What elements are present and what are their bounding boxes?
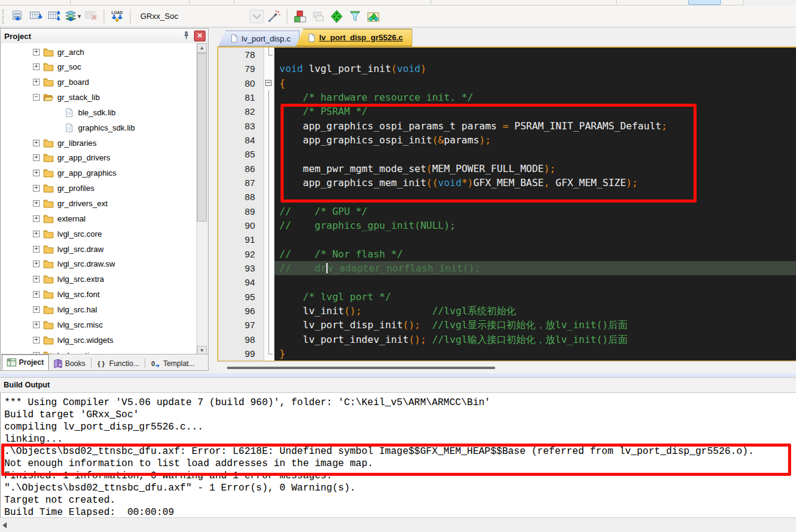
panel-tab-project[interactable]: Project	[2, 354, 49, 370]
build-button[interactable]	[27, 9, 45, 24]
folder-icon	[43, 199, 54, 208]
tree-item-label: gr_app_graphics	[57, 168, 117, 178]
rte-icon	[366, 9, 381, 24]
fold-guide	[264, 104, 274, 118]
tree-item-gr-app-graphics[interactable]: +gr_app_graphics	[1, 166, 117, 181]
folder-icon	[43, 214, 54, 223]
expand-box-icon[interactable]: +	[33, 291, 40, 298]
hscrollbar-thumb[interactable]	[227, 367, 495, 369]
tree-item-lvlg-src-extra[interactable]: +lvlg_src.extra	[1, 272, 104, 287]
software-packs-button[interactable]	[328, 9, 345, 24]
code-line: app_graphics_ospi_init(&params);	[274, 133, 796, 147]
manage-rte-button[interactable]	[365, 9, 382, 24]
tree-item-lvlg-src-font[interactable]: +lvlg_src.font	[1, 287, 99, 302]
tree-item-lvgl-src-draw-sw[interactable]: +lvgl_src.draw.sw	[1, 257, 115, 271]
tree-item-lvgl-src-draw[interactable]: +lvgl_src.draw	[1, 242, 104, 256]
editor-tab-lv-port-disp-c[interactable]: lv_port_disp.c	[218, 31, 299, 46]
expand-box-icon[interactable]: +	[33, 79, 40, 85]
tree-item-gr-stack-lib[interactable]: −gr_stack_lib	[1, 90, 99, 105]
scroll-left-arrow[interactable]	[2, 522, 7, 528]
rebuild-button[interactable]	[46, 9, 63, 24]
panel-tab-functio-[interactable]: { }Functio...	[93, 357, 143, 370]
code-line: lv_port_disp_init(); //lvgl显示接口初始化，放lv_i…	[274, 318, 796, 332]
collapse-box-icon[interactable]: −	[33, 94, 40, 101]
dropdown-caret-icon[interactable]: ▼	[77, 13, 82, 20]
scrollbar-thumb[interactable]	[197, 53, 207, 221]
line-number: 83	[218, 119, 264, 133]
target-dropdown-button[interactable]	[249, 10, 264, 23]
fold-guide	[264, 133, 274, 147]
tree-item-lvlg-src-hal[interactable]: +lvlg_src.hal	[1, 302, 97, 317]
build-output-line: compiling lv_port_disp_gr5526.c...	[1, 421, 796, 433]
scroll-up-button[interactable]: ▲	[197, 43, 207, 53]
expand-box-icon[interactable]: +	[33, 322, 40, 328]
functions-icon: { }	[97, 359, 107, 368]
diamond-icon	[329, 9, 344, 24]
expand-box-icon[interactable]: +	[33, 306, 40, 313]
expand-box-icon[interactable]: +	[33, 200, 40, 207]
tree-item-lvgl-src-core[interactable]: +lvgl_src.core	[1, 226, 102, 241]
toolbar-grip[interactable]	[2, 9, 6, 24]
tree-item-label: gr_soc	[57, 62, 81, 71]
tree-item-lvlg-src-widgets[interactable]: +lvlg_src.widgets	[1, 332, 113, 347]
translate-button[interactable]	[9, 9, 26, 24]
window-layout-button[interactable]	[310, 9, 327, 24]
manage-project-items-button[interactable]	[292, 9, 309, 24]
expand-box-icon[interactable]: +	[33, 154, 40, 161]
close-icon[interactable]: ✕	[194, 31, 206, 41]
pack-installer-button[interactable]	[346, 9, 364, 24]
line-number-gutter: 7879808182838485868788899091929394959697…	[218, 48, 264, 361]
tree-item-gr-soc[interactable]: +gr_soc	[1, 60, 81, 74]
templates-icon: 0	[151, 359, 160, 368]
expand-box-icon[interactable]: +	[33, 140, 40, 146]
tree-item-external[interactable]: +external	[1, 211, 85, 226]
expand-box-icon[interactable]: +	[33, 215, 40, 222]
download-button[interactable]: LOAD	[109, 9, 126, 24]
tree-item-gr-libraries[interactable]: +gr_libraries	[1, 135, 96, 150]
expand-box-icon[interactable]: +	[33, 246, 40, 253]
tree-item-graphics-sdk-lib[interactable]: graphics_sdk.lib	[1, 120, 135, 135]
line-number: 82	[218, 104, 264, 118]
main-toolbar: ▼LOADGRxx_Soc	[0, 5, 796, 27]
build-output-hscrollbar[interactable]	[0, 517, 796, 532]
tree-item-gr-board[interactable]: +gr_board	[1, 75, 89, 90]
editor-tab-lv-port-disp-gr5526-c[interactable]: lv_port_disp_gr5526.c	[296, 29, 412, 46]
expand-box-icon[interactable]: +	[33, 170, 40, 176]
fold-guide	[264, 90, 274, 104]
editor-hscrollbar[interactable]	[217, 361, 796, 373]
project-tree[interactable]: +gr_arch+gr_soc+gr_board−gr_stack_libble…	[1, 43, 198, 356]
expand-box-icon[interactable]: +	[33, 276, 40, 282]
build-output-console[interactable]: *** Using Compiler 'V5.06 update 7 (buil…	[0, 393, 796, 517]
batch-build-button[interactable]: ▼	[64, 9, 81, 24]
pin-icon[interactable]	[182, 31, 193, 41]
panel-tab-books[interactable]: Books	[49, 357, 90, 370]
options-for-target-button[interactable]	[265, 9, 282, 24]
line-number: 78	[218, 48, 264, 62]
stop-build-button[interactable]	[82, 9, 99, 24]
code-line: /* hardware resource init. */	[274, 90, 796, 104]
code-editor[interactable]: 7879808182838485868788899091929394959697…	[217, 46, 796, 362]
panel-tab-label: Templat...	[163, 359, 195, 368]
target-select[interactable]: GRxx_Soc	[134, 12, 249, 21]
fold-guide	[264, 218, 274, 232]
tree-item-gr-drivers-ext[interactable]: +gr_drivers_ext	[1, 196, 107, 211]
expand-box-icon[interactable]: +	[33, 231, 40, 237]
panel-tab-templat-[interactable]: 0Templat...	[146, 357, 199, 370]
tree-item-gr-profiles[interactable]: +gr_profiles	[1, 181, 95, 196]
code-area[interactable]: void lvgl_port_init(void){ /* hardware r…	[274, 48, 796, 361]
tree-item-gr-app-drivers[interactable]: +gr_app_drivers	[1, 151, 110, 165]
expand-box-icon[interactable]: +	[33, 261, 40, 267]
tree-item-label: lvlg_src.hal	[57, 305, 97, 314]
expand-box-icon[interactable]: +	[33, 185, 40, 192]
tree-item-gr-arch[interactable]: +gr_arch	[1, 45, 84, 59]
fold-collapse-icon[interactable]	[264, 76, 274, 90]
tree-item-lvlg-src-misc[interactable]: +lvlg_src.misc	[1, 317, 102, 332]
tree-item-ble-sdk-lib[interactable]: ble_sdk.lib	[1, 105, 115, 120]
document-icon	[230, 34, 238, 43]
expand-box-icon[interactable]: +	[33, 63, 40, 70]
code-fold-margin[interactable]	[264, 48, 274, 361]
expand-box-icon[interactable]: +	[33, 49, 40, 56]
tree-item-label: lvlg_src.misc	[57, 320, 102, 329]
expand-box-icon[interactable]: +	[33, 337, 40, 343]
tree-item-label: lvgl_src.core	[57, 229, 102, 239]
